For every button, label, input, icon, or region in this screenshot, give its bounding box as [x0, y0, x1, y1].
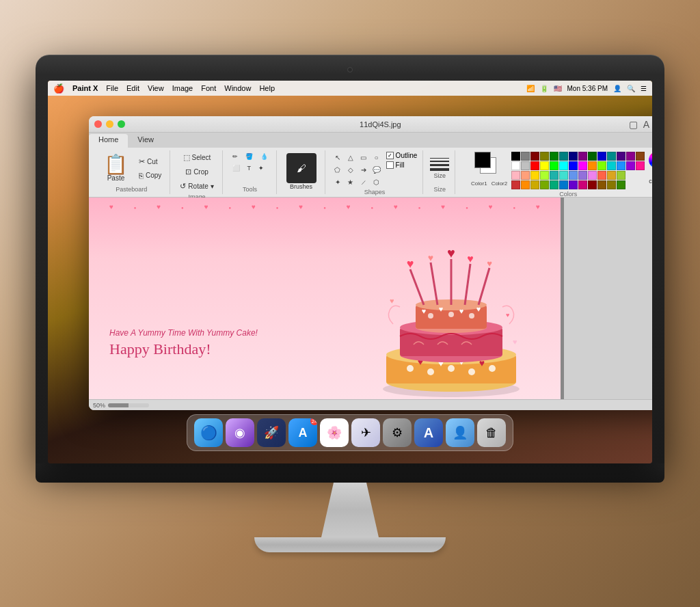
swatch-black[interactable] — [511, 152, 520, 161]
search-icon[interactable]: 🔍 — [627, 85, 635, 92]
triangle-shape[interactable]: △ — [345, 152, 356, 163]
brushes-button[interactable]: 🖌 Brushes — [284, 152, 319, 191]
size-selector[interactable]: Size — [430, 158, 449, 179]
star5-shape[interactable]: ★ — [345, 176, 356, 187]
swatch-chartreuse[interactable] — [597, 161, 606, 170]
swatch-silver[interactable] — [521, 161, 530, 170]
edit-colors-button[interactable]: Edit colors — [649, 152, 652, 185]
swatch-dkchartreuse[interactable] — [540, 180, 549, 189]
app-name-menu[interactable]: Paint X — [72, 84, 98, 92]
swatch-green[interactable] — [550, 152, 558, 161]
swatch-cyan[interactable] — [559, 161, 568, 170]
swatch-brown[interactable] — [636, 152, 645, 161]
paste-button[interactable]: 📋 Paste — [98, 152, 133, 185]
swatch-navy[interactable] — [569, 152, 578, 161]
dock-appstore[interactable]: A 24 — [288, 418, 317, 447]
rotate-button[interactable]: ↺ Rotate ▾ — [177, 180, 216, 192]
swatch-orange[interactable] — [588, 161, 597, 170]
maximize-button[interactable] — [118, 120, 125, 128]
rectangle-shape[interactable]: ▭ — [358, 152, 369, 163]
swatch-orange2[interactable] — [521, 180, 530, 189]
diamond-shape[interactable]: ◇ — [345, 164, 356, 175]
swatch-cobalt[interactable] — [559, 180, 568, 189]
swatch-tomato[interactable] — [597, 171, 606, 180]
dropper-tool[interactable]: 💧 — [258, 152, 271, 161]
swatch-ltseagreen[interactable] — [550, 171, 558, 180]
swatch-salmon[interactable] — [521, 171, 530, 180]
swatch-dkolive[interactable] — [607, 180, 616, 189]
edit-menu[interactable]: Edit — [126, 84, 139, 92]
swatch-olive[interactable] — [540, 152, 549, 161]
window-text-icon[interactable]: A — [643, 119, 649, 130]
zoom-slider-track[interactable] — [108, 403, 149, 407]
dock-launchpad[interactable]: 🚀 — [257, 418, 286, 447]
close-button[interactable] — [94, 120, 102, 128]
swatch-white[interactable] — [511, 161, 520, 170]
swatch-dkbrown[interactable] — [597, 180, 606, 189]
swatch-red[interactable] — [530, 161, 539, 170]
swatch-forestgreen[interactable] — [617, 180, 625, 189]
swatch-dkgold[interactable] — [530, 180, 539, 189]
select-button[interactable]: ⬚ Select — [180, 152, 214, 163]
dock-contacts[interactable]: 👤 — [446, 418, 474, 447]
swatch-crimson[interactable] — [511, 180, 520, 189]
swatch-maroon[interactable] — [530, 152, 539, 161]
swatch-purple2[interactable] — [569, 180, 578, 189]
swatch-greenyellow[interactable] — [540, 171, 549, 180]
dock-siri[interactable]: ◉ — [226, 418, 254, 447]
dock-photos[interactable]: 🌸 — [320, 418, 349, 447]
swatch-indigo[interactable] — [617, 152, 625, 161]
minimize-button[interactable] — [106, 120, 113, 128]
tab-view[interactable]: View — [128, 134, 163, 148]
crop-button[interactable]: ⊡ Crop — [183, 166, 211, 178]
dock-sketchbook[interactable]: ✈ — [351, 418, 380, 447]
swatch-yellow[interactable] — [540, 161, 549, 170]
file-menu[interactable]: File — [106, 84, 118, 92]
magic-tool[interactable]: ✦ — [256, 163, 267, 173]
swatch-goldenrod[interactable] — [607, 171, 616, 180]
swatch-deeppink[interactable] — [636, 161, 645, 170]
swatch-magenta[interactable] — [578, 161, 587, 170]
dock-sysprefs[interactable]: ⚙ — [383, 418, 412, 447]
dock-finder[interactable]: 🔵 — [194, 418, 223, 447]
pentagon-shape[interactable]: ⬠ — [332, 164, 343, 175]
swatch-yellowgreen[interactable] — [617, 171, 625, 180]
image-menu[interactable]: Image — [172, 84, 193, 92]
cut-button[interactable]: ✂ Cut — [136, 156, 164, 167]
swatch-violet[interactable] — [626, 161, 635, 170]
tab-home[interactable]: Home — [89, 134, 128, 148]
swatch-mediumpurple[interactable] — [578, 171, 587, 180]
apple-menu[interactable]: 🍎 — [53, 83, 64, 94]
custom-shape2[interactable]: ⬡ — [371, 176, 382, 187]
ellipse-shape[interactable]: ○ — [371, 152, 382, 163]
swatch-blue[interactable] — [569, 161, 578, 170]
swatch-lime[interactable] — [550, 161, 558, 170]
swatch-raspberry[interactable] — [578, 180, 587, 189]
swatch-dkgreen[interactable] — [588, 152, 597, 161]
swatch-purple[interactable] — [578, 152, 587, 161]
copy-button[interactable]: ⎘ Copy — [136, 170, 164, 181]
font-menu[interactable]: Font — [201, 84, 216, 92]
window-menu[interactable]: Window — [224, 84, 251, 92]
bucket-tool[interactable]: 🪣 — [243, 152, 256, 161]
pencil-tool[interactable]: ✏ — [230, 152, 241, 161]
right-arrow-shape[interactable]: ➔ — [358, 164, 369, 175]
view-menu[interactable]: View — [148, 84, 164, 92]
swatch-violet2[interactable] — [588, 171, 597, 180]
text-tool[interactable]: T — [245, 163, 254, 173]
swatch-dkblue[interactable] — [597, 152, 606, 161]
swatch-ltpink[interactable] — [511, 171, 520, 180]
controls-icon[interactable]: ☰ — [641, 85, 647, 92]
arrow-select-tool[interactable]: ↖ — [332, 152, 343, 163]
help-menu[interactable]: Help — [259, 84, 275, 92]
swatch-turquoise[interactable] — [559, 171, 568, 180]
swatch-dkpurple[interactable] — [626, 152, 635, 161]
swatch-teal[interactable] — [559, 152, 568, 161]
custom-shape1[interactable]: ⟋ — [358, 176, 369, 187]
swatch-gray[interactable] — [521, 152, 530, 161]
canvas-area[interactable]: ♥ ● ♥ ● ♥ ● ♥ ● ♥ ● — [89, 198, 652, 399]
swatch-emerald[interactable] — [550, 180, 558, 189]
callout-shape[interactable]: 💬 — [371, 164, 382, 175]
fill-checkbox[interactable]: Fill — [386, 161, 418, 169]
outline-checkbox[interactable]: ✓ Outline — [386, 152, 418, 159]
